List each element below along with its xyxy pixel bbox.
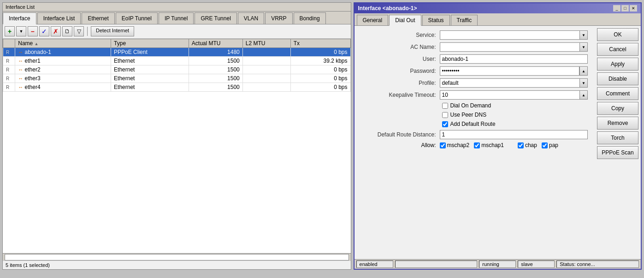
- mschap2-checkbox[interactable]: [440, 142, 446, 148]
- table-row[interactable]: R ↔ ether4 Ethernet 1500 0 bps: [3, 83, 351, 92]
- maximize-button[interactable]: □: [621, 5, 629, 12]
- tab-vrrp[interactable]: VRRP: [265, 12, 292, 24]
- comment-button[interactable]: Comment: [597, 87, 638, 100]
- side-buttons: OK Cancel Apply Disable Comment Copy Rem…: [595, 26, 641, 259]
- service-dropdown-button[interactable]: ▼: [579, 30, 588, 40]
- add-dropdown-button[interactable]: ▼: [16, 26, 26, 36]
- allow-mschap2: mschap2: [440, 142, 470, 148]
- password-label: Password:: [361, 68, 440, 74]
- col-l2-mtu[interactable]: L2 MTU: [242, 39, 290, 48]
- disable-button[interactable]: ✗: [51, 26, 61, 36]
- interface-table-container[interactable]: Name ▲ Type Actual MTU L2 MTU Tx R ↔ abo…: [3, 39, 351, 253]
- filter-button[interactable]: ▽: [74, 26, 84, 36]
- password-input[interactable]: [440, 66, 579, 76]
- service-input[interactable]: [440, 30, 579, 40]
- row-flag: R: [3, 57, 15, 65]
- keepalive-label: Keepalive Timeout:: [361, 92, 440, 98]
- row-tx: 0 bps: [290, 65, 350, 74]
- tab-interface-list[interactable]: Interface List: [37, 12, 81, 24]
- copy-button[interactable]: Copy: [597, 102, 638, 115]
- use-peer-dns-checkbox[interactable]: [442, 112, 448, 118]
- add-button[interactable]: +: [5, 26, 15, 36]
- torch-button[interactable]: Torch: [597, 131, 638, 144]
- tab-gre-tunnel[interactable]: GRE Tunnel: [195, 12, 236, 24]
- row-actual-mtu: 1500: [189, 57, 242, 65]
- tab-eoip-tunnel[interactable]: EoIP Tunnel: [116, 12, 158, 24]
- cancel-button[interactable]: Cancel: [597, 43, 638, 56]
- interface-dialog: Interface <abonado-1> _ □ ✕ General Dial…: [354, 2, 642, 270]
- ac-name-input-container: ▼: [440, 42, 588, 52]
- row-type: Ethernet: [111, 57, 189, 65]
- status-bar: 5 items (1 selected): [3, 260, 351, 269]
- keepalive-input[interactable]: [440, 90, 579, 100]
- col-actual-mtu[interactable]: Actual MTU: [189, 39, 242, 48]
- tab-general[interactable]: General: [357, 15, 389, 25]
- profile-dropdown-button[interactable]: ▼: [579, 78, 588, 88]
- ok-button[interactable]: OK: [597, 28, 638, 41]
- use-peer-dns-label: Use Peer DNS: [450, 112, 487, 118]
- minimize-button[interactable]: _: [613, 5, 620, 12]
- panel-title: Interface List: [3, 3, 351, 12]
- add-icon: +: [8, 28, 12, 35]
- default-route-distance-input[interactable]: [440, 130, 588, 139]
- status-conn: Status: conne...: [556, 260, 639, 268]
- dial-on-demand-checkbox[interactable]: [442, 103, 448, 109]
- status-enabled: enabled: [356, 260, 393, 268]
- tab-bonding[interactable]: Bonding: [294, 12, 326, 24]
- filter-icon: ▽: [77, 28, 81, 35]
- row-flag: R: [3, 65, 15, 74]
- table-row[interactable]: R ↔ ether3 Ethernet 1500 0 bps: [3, 74, 351, 83]
- row-name: ↔ ether3: [15, 74, 111, 83]
- interface-list-panel: Interface List Interface Interface List …: [2, 2, 351, 270]
- allow-label: Allow:: [361, 142, 440, 148]
- col-name[interactable]: Name ▲: [15, 39, 111, 48]
- remove-button[interactable]: Remove: [597, 117, 638, 130]
- horizontal-scrollbar[interactable]: [5, 254, 349, 260]
- tab-ethernet[interactable]: Ethernet: [82, 12, 114, 24]
- title-buttons: _ □ ✕: [613, 5, 637, 12]
- table-row[interactable]: R ↔ ether2 Ethernet 1500 0 bps: [3, 65, 351, 74]
- remove-button[interactable]: –: [28, 26, 38, 36]
- apply-button[interactable]: Apply: [597, 58, 638, 71]
- mschap1-checkbox[interactable]: [474, 142, 480, 148]
- disable-button[interactable]: Disable: [597, 72, 638, 85]
- row-actual-mtu: 1500: [189, 65, 242, 74]
- minus-icon: –: [31, 28, 35, 35]
- col-tx[interactable]: Tx: [290, 39, 350, 48]
- use-peer-dns-row: Use Peer DNS: [442, 112, 588, 118]
- row-flag: R: [3, 74, 15, 83]
- user-label: User:: [361, 56, 440, 62]
- row-l2-mtu: [242, 74, 290, 83]
- keepalive-row: Keepalive Timeout: ▲: [361, 90, 588, 100]
- close-button[interactable]: ✕: [630, 5, 637, 12]
- detect-internet-button[interactable]: Detect Internet: [91, 26, 134, 36]
- horizontal-scrollbar-area[interactable]: [3, 253, 351, 260]
- ac-name-dropdown-button[interactable]: ▼: [579, 42, 588, 52]
- service-label: Service:: [361, 32, 440, 38]
- tab-traffic[interactable]: Traffic: [451, 15, 478, 25]
- add-default-route-checkbox[interactable]: [442, 121, 448, 127]
- enable-button[interactable]: ✓: [39, 26, 49, 36]
- row-name: ↔ abonado-1: [15, 48, 111, 57]
- password-reveal-button[interactable]: ▲: [579, 66, 588, 76]
- tab-status[interactable]: Status: [422, 15, 450, 25]
- paste-button[interactable]: 🗋: [62, 26, 72, 36]
- dialog-tab-bar: General Dial Out Status Traffic: [354, 13, 641, 26]
- col-type[interactable]: Type: [111, 39, 189, 48]
- table-row[interactable]: R ↔ abonado-1 PPPoE Client 1480 0 bps: [3, 48, 351, 57]
- tab-ip-tunnel[interactable]: IP Tunnel: [159, 12, 194, 24]
- profile-input[interactable]: [440, 78, 579, 88]
- user-input[interactable]: [440, 54, 588, 64]
- ac-name-input[interactable]: [440, 42, 579, 52]
- tab-dial-out[interactable]: Dial Out: [389, 15, 421, 26]
- tab-vlan[interactable]: VLAN: [238, 12, 264, 24]
- tab-interface[interactable]: Interface: [3, 12, 36, 24]
- chap-checkbox[interactable]: [518, 142, 524, 148]
- status-empty: [395, 260, 478, 268]
- pap-checkbox[interactable]: [542, 142, 548, 148]
- keepalive-up-button[interactable]: ▲: [579, 90, 588, 100]
- x-icon: ✗: [53, 28, 59, 35]
- table-row[interactable]: R ↔ ether1 Ethernet 1500 39.2 kbps: [3, 57, 351, 65]
- password-input-container: ▲: [440, 66, 588, 76]
- pppoe-scan-button[interactable]: PPPoE Scan: [597, 146, 638, 159]
